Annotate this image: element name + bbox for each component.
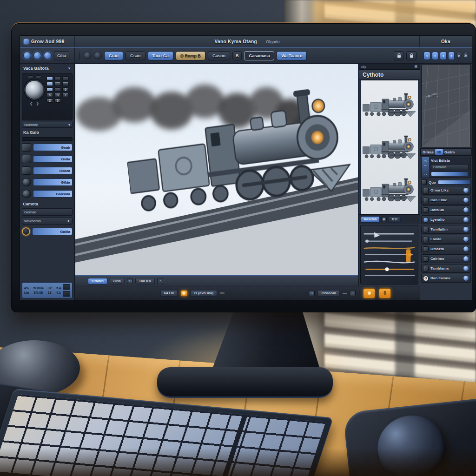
status-chip[interactable]: 64 I N <box>160 290 178 297</box>
digit-key[interactable]: 5 <box>54 99 61 103</box>
zoom-prefix-button[interactable]: D <box>309 290 315 296</box>
list-item[interactable]: Gxaza <box>22 165 73 176</box>
gear-icon[interactable]: ✱ <box>381 217 387 222</box>
digit-key[interactable]: 1 <box>62 93 69 97</box>
b-button[interactable]: B <box>232 51 242 60</box>
palette-key[interactable] <box>46 82 53 86</box>
digit-key[interactable]: 6 <box>46 93 53 97</box>
arrow-right-icon[interactable]: ❯ <box>36 102 40 106</box>
tool-circle-icon[interactable] <box>84 52 92 60</box>
pill-key[interactable] <box>27 75 33 78</box>
pill-icon[interactable]: ◗ <box>448 52 455 60</box>
knob-icon[interactable] <box>463 275 469 281</box>
palette-key[interactable] <box>54 87 61 92</box>
property-row[interactable]: Datalua <box>421 205 471 214</box>
gasamasa-button[interactable]: Gasamasa <box>244 51 274 60</box>
tailko-chip[interactable]: Tail Ko <box>135 278 155 284</box>
wataanro-button[interactable]: Wa Taanro <box>277 51 307 60</box>
digit-key[interactable]: 3 <box>46 99 53 103</box>
list-item[interactable]: Gvila <box>22 154 73 164</box>
palette-key[interactable] <box>54 76 61 80</box>
train-thumbnail[interactable] <box>363 85 416 125</box>
pill-icon[interactable]: ◗ <box>432 52 439 60</box>
list-item[interactable]: Gnak <box>22 142 73 152</box>
digit-key[interactable]: 6 <box>62 87 69 92</box>
gemad-row[interactable]: Gemad <box>22 208 73 216</box>
3d-badge[interactable]: 3D <box>435 149 443 155</box>
knob-icon[interactable] <box>463 207 469 213</box>
undo-icon[interactable]: ⟲ <box>127 278 133 284</box>
tacoga-button[interactable]: Taco-Ga <box>148 51 173 60</box>
round-tool-icon[interactable]: ● <box>456 52 462 60</box>
property-row[interactable]: Calrimo <box>421 254 471 263</box>
knob-icon[interactable] <box>463 265 469 271</box>
zoom-label[interactable]: Czooom <box>317 290 340 297</box>
knob-icon[interactable] <box>463 236 469 242</box>
property-row[interactable]: Lyeralio <box>421 215 471 224</box>
3d-viewport[interactable] <box>421 65 471 147</box>
tab-kasetah[interactable]: Kasetah <box>361 216 380 223</box>
gasoo-button[interactable]: Gasoo <box>208 51 230 60</box>
pill-icon[interactable]: ◖ <box>423 52 430 60</box>
person-icon[interactable] <box>180 290 188 297</box>
property-row[interactable]: Orma Liks <box>421 186 471 195</box>
property-row[interactable]: O Ban Fasma <box>421 274 471 283</box>
knob-icon[interactable] <box>463 256 469 262</box>
pill-key[interactable] <box>35 75 41 78</box>
tools-tray[interactable] <box>360 225 418 284</box>
grid-icon[interactable] <box>63 284 70 290</box>
tool-circle-icon[interactable] <box>94 52 102 60</box>
highlight-row[interactable]: Gailla <box>22 226 73 237</box>
waxnamo-row[interactable]: Waxnamo ➤ <box>22 217 73 225</box>
iscemen-bar[interactable]: Iscemen ▾ <box>22 122 73 128</box>
cilia-button[interactable]: Cilia <box>54 51 69 60</box>
tool-circle-icon[interactable] <box>23 52 31 60</box>
orange-tool-button[interactable] <box>363 288 375 298</box>
knob-icon[interactable] <box>463 217 469 223</box>
menu-icon[interactable]: ▦ <box>414 65 417 68</box>
oromp-button[interactable]: O Romp B <box>176 51 205 60</box>
arrow-left-icon[interactable]: ❮ <box>29 102 33 106</box>
digit-key[interactable]: 0 <box>54 93 61 97</box>
train-thumbnail[interactable] <box>363 170 416 210</box>
lock-icon[interactable] <box>406 51 416 60</box>
magnifier-icon[interactable]: ○ <box>350 290 356 296</box>
property-row[interactable]: Can Fime <box>421 196 471 205</box>
palette-key[interactable] <box>46 76 53 80</box>
quo-slider[interactable] <box>438 180 471 185</box>
gradin-chip[interactable]: Gradin <box>88 278 107 284</box>
knob-icon[interactable] <box>463 226 469 232</box>
palette-header[interactable]: Vaca Galtora ▼ <box>22 65 73 72</box>
curve-icon[interactable]: ◠ <box>424 159 427 164</box>
list-item[interactable]: Gaasala <box>22 189 73 199</box>
lock-icon[interactable] <box>394 51 404 60</box>
status-chip[interactable]: O (avo ma) <box>191 290 217 297</box>
pill-icon[interactable]: ◖ <box>440 52 447 60</box>
trackball[interactable] <box>24 79 45 100</box>
camunta-field[interactable]: Camunta <box>431 164 469 170</box>
gsao-button[interactable]: Gsao <box>126 51 145 60</box>
palette-key[interactable] <box>62 82 69 86</box>
clock-icon[interactable]: ◔ <box>157 278 163 284</box>
subpanel-slider[interactable] <box>431 172 469 176</box>
kagalo-slider[interactable] <box>22 137 73 141</box>
knob-icon[interactable] <box>463 246 469 252</box>
tool-circle-icon[interactable] <box>33 52 41 60</box>
curve-icon[interactable]: ⌒ <box>423 165 427 170</box>
camera-icon[interactable] <box>63 291 70 297</box>
palette-key[interactable] <box>54 82 61 86</box>
knob-icon[interactable] <box>463 187 469 193</box>
palette-key[interactable] <box>62 76 69 80</box>
knob-icon[interactable] <box>463 197 469 203</box>
curve-icon[interactable]: ◡ <box>424 172 427 176</box>
train-thumbnail[interactable] <box>363 127 416 167</box>
list-item[interactable]: Gilda <box>22 177 73 187</box>
canvas[interactable] <box>75 64 358 276</box>
property-row[interactable]: Lamta <box>421 235 471 244</box>
grao-button[interactable]: Grao <box>104 51 123 60</box>
gria-chip[interactable]: Gria <box>110 278 125 284</box>
property-row[interactable]: Tamilatim <box>421 225 471 234</box>
property-row[interactable]: Omazta <box>421 245 471 253</box>
tool-circle-icon[interactable] <box>44 52 52 60</box>
gear-icon[interactable]: ✱ <box>463 52 469 60</box>
